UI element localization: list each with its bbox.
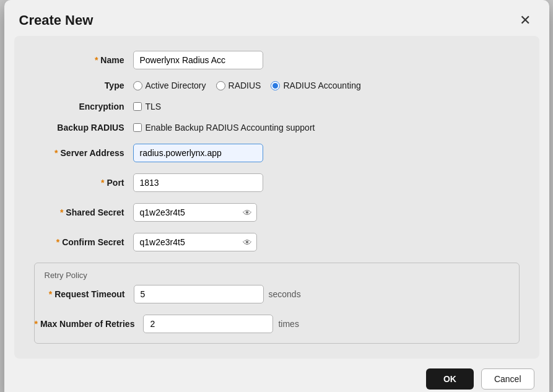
max-retries-input[interactable] — [143, 315, 273, 333]
shared-secret-eye-icon[interactable]: 👁 — [243, 207, 252, 218]
dialog-header: Create New ✕ — [4, 0, 549, 36]
request-timeout-required-star: * — [49, 289, 52, 299]
name-label: *Name — [34, 55, 133, 65]
type-option-radius[interactable]: RADIUS — [216, 81, 261, 90]
encryption-label: Encryption — [34, 102, 133, 111]
port-row: *Port — [34, 173, 520, 192]
shared-secret-required-star: * — [60, 207, 63, 217]
encryption-tls-option[interactable]: TLS — [133, 102, 162, 111]
shared-secret-container: 👁 — [133, 203, 257, 222]
shared-secret-label: *Shared Secret — [34, 207, 133, 217]
name-input[interactable] — [133, 51, 263, 69]
max-retries-suffix: times — [278, 319, 298, 329]
request-timeout-row: *Request Timeout seconds — [35, 285, 519, 303]
shared-secret-row: *Shared Secret 👁 — [34, 203, 520, 222]
confirm-secret-container: 👁 — [133, 233, 257, 251]
request-timeout-suffix: seconds — [269, 289, 301, 299]
max-retries-required-star: * — [35, 319, 38, 329]
backup-radius-option[interactable]: Enable Backup RADIUS Accounting support — [133, 123, 315, 133]
type-radio-ad[interactable] — [133, 81, 142, 90]
server-required-star: * — [54, 148, 58, 158]
type-option-radius-accounting[interactable]: RADIUS Accounting — [271, 81, 360, 90]
port-label: *Port — [34, 178, 133, 188]
retry-policy-label: Retry Policy — [35, 271, 519, 285]
ok-button[interactable]: OK — [426, 368, 474, 390]
shared-secret-input[interactable] — [133, 203, 257, 222]
backup-radius-label: Backup RADIUS — [34, 123, 133, 133]
confirm-secret-required-star: * — [56, 237, 59, 247]
name-row: *Name — [34, 51, 520, 69]
type-radio-radius[interactable] — [216, 81, 225, 90]
server-address-row: *Server Address — [34, 144, 520, 162]
confirm-secret-label: *Confirm Secret — [34, 237, 133, 247]
close-button[interactable]: ✕ — [516, 12, 534, 28]
type-label: Type — [34, 81, 133, 90]
type-row: Type Active Directory RADIUS RADIUS Acco… — [34, 81, 520, 90]
create-new-dialog: Create New ✕ *Name Type Active Directory… — [4, 0, 549, 392]
encryption-tls-checkbox[interactable] — [133, 102, 142, 111]
retry-policy-section: Retry Policy *Request Timeout seconds *M… — [34, 263, 520, 344]
dialog-body: *Name Type Active Directory RADIUS RADIU… — [14, 36, 539, 359]
cancel-button[interactable]: Cancel — [481, 368, 534, 390]
backup-radius-row: Backup RADIUS Enable Backup RADIUS Accou… — [34, 123, 520, 133]
request-timeout-input[interactable] — [134, 285, 264, 303]
server-address-input[interactable] — [133, 144, 263, 162]
type-radio-group: Active Directory RADIUS RADIUS Accountin… — [133, 81, 361, 90]
confirm-secret-eye-icon[interactable]: 👁 — [243, 237, 252, 248]
name-required-star: * — [95, 55, 98, 65]
dialog-footer: OK Cancel — [4, 359, 549, 392]
max-retries-row: *Max Number of Retries times — [35, 315, 519, 333]
confirm-secret-input[interactable] — [133, 233, 257, 251]
encryption-row: Encryption TLS — [34, 102, 520, 111]
dialog-title: Create New — [19, 12, 94, 28]
confirm-secret-row: *Confirm Secret 👁 — [34, 233, 520, 251]
max-retries-label: *Max Number of Retries — [35, 319, 144, 329]
type-option-ad[interactable]: Active Directory — [133, 81, 206, 90]
port-required-star: * — [101, 178, 104, 188]
server-address-label: *Server Address — [34, 148, 133, 158]
type-radio-radius-accounting[interactable] — [271, 81, 280, 90]
request-timeout-label: *Request Timeout — [35, 289, 134, 299]
port-input[interactable] — [133, 173, 263, 192]
backup-radius-checkbox[interactable] — [133, 123, 142, 132]
